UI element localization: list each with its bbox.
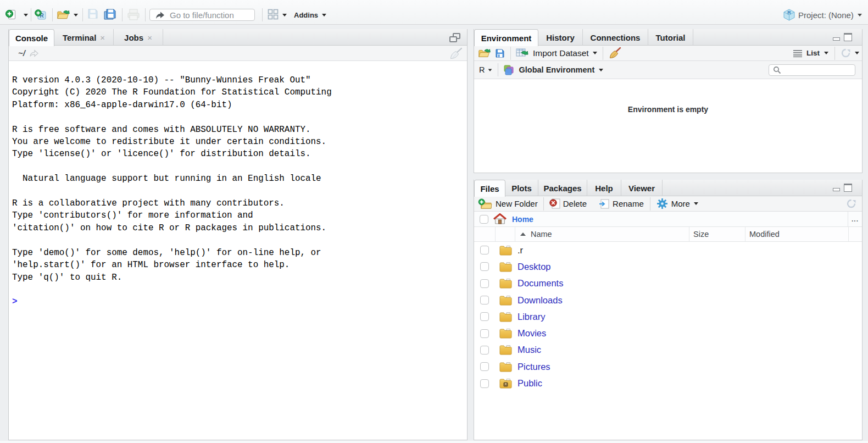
svg-text:R: R [787, 10, 791, 15]
